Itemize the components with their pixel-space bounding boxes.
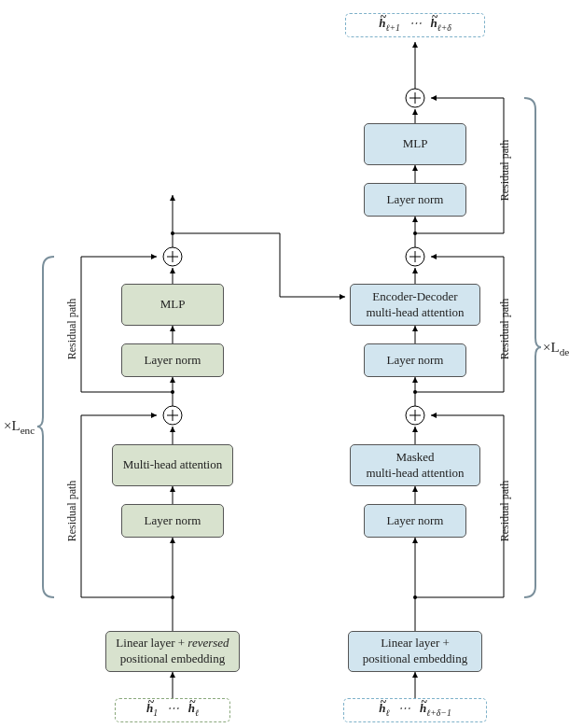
decoder-layernorm-1: Layer norm — [364, 504, 466, 538]
times-L-dec: ×Ldec — [543, 340, 569, 357]
encoder-embedding-box: Linear layer + reversedpositional embedd… — [105, 631, 240, 672]
decoder-output-symbols: hℓ+1 ⋯ hℓ+δ — [345, 13, 485, 37]
decoder-residual-label-2: Residual path — [498, 299, 512, 360]
decoder-masked-mha-text: Maskedmulti-head attention — [366, 450, 464, 482]
decoder-masked-mha: Maskedmulti-head attention — [350, 444, 480, 486]
decoder-embedding-box: Linear layer +positional embedding — [348, 631, 482, 672]
decoder-encdec-mha-text: Encoder-Decodermulti-head attention — [366, 289, 464, 321]
encoder-embedding-text: Linear layer + reversedpositional embedd… — [116, 636, 229, 667]
decoder-layernorm-3: Layer norm — [364, 183, 466, 217]
diagram-connectors — [0, 0, 569, 728]
decoder-encdec-mha: Encoder-Decodermulti-head attention — [350, 284, 480, 326]
encoder-mlp: MLP — [121, 284, 224, 326]
decoder-embedding-text: Linear layer +positional embedding — [363, 636, 467, 667]
decoder-mlp: MLP — [364, 123, 466, 165]
decoder-layernorm-2: Layer norm — [364, 343, 466, 377]
times-L-enc: ×Lenc — [4, 418, 35, 436]
decoder-input-symbols: hℓ ⋯ hℓ+δ−1 — [343, 698, 487, 722]
decoder-residual-label-1: Residual path — [498, 481, 512, 542]
encoder-multihead-attention: Multi-head attention — [112, 444, 233, 486]
encoder-layernorm-1: Layer norm — [121, 504, 224, 538]
encoder-layernorm-2: Layer norm — [121, 343, 224, 377]
encoder-residual-label-2: Residual path — [65, 299, 79, 360]
encoder-input-symbols: h1 ⋯ hℓ — [115, 698, 230, 722]
encoder-residual-label-1: Residual path — [65, 481, 79, 542]
decoder-residual-label-3: Residual path — [498, 140, 512, 202]
